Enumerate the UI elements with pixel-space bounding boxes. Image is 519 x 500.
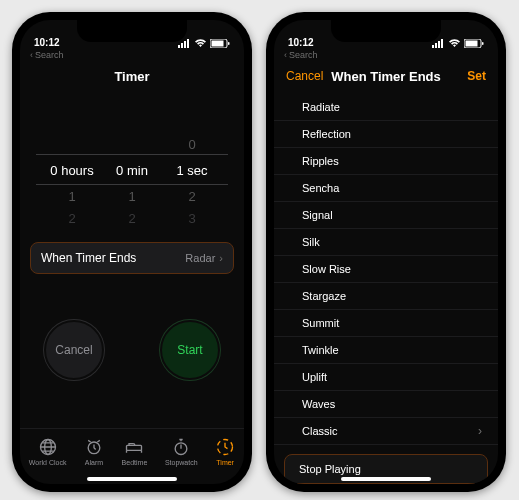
tab-bedtime[interactable]: Bedtime [122, 437, 148, 466]
sound-label: Classic [302, 425, 337, 437]
stopwatch-icon [171, 437, 191, 457]
ends-label: When Timer Ends [41, 251, 136, 265]
screen: 10:12 ‹ Search Timer 0 hours 1 2 [20, 20, 244, 484]
sound-item[interactable]: Classic› [274, 418, 498, 445]
svg-rect-16 [441, 39, 443, 48]
back-label: Search [35, 50, 64, 60]
home-indicator[interactable] [341, 477, 431, 481]
svg-rect-1 [181, 43, 183, 48]
back-to-search[interactable]: ‹ Search [274, 50, 498, 62]
phone-left: 10:12 ‹ Search Timer 0 hours 1 2 [12, 12, 252, 492]
bed-icon [124, 437, 144, 457]
duration-picker[interactable]: 0 hours 1 2 0 min 1 2 0 1 sec 2 3 [20, 114, 244, 224]
svg-rect-5 [212, 41, 224, 47]
when-timer-ends-row[interactable]: When Timer Ends Radar › [30, 242, 234, 274]
sound-item[interactable]: Silk [274, 229, 498, 256]
set-button[interactable]: Set [467, 62, 486, 90]
sound-label: Waves [302, 398, 335, 410]
chevron-left-icon: ‹ [284, 50, 287, 60]
sound-item[interactable]: Slow Rise [274, 256, 498, 283]
tab-alarm[interactable]: Alarm [84, 437, 104, 466]
sound-item[interactable]: Stargaze [274, 283, 498, 310]
sound-item[interactable]: Summit [274, 310, 498, 337]
sound-item[interactable]: Waves [274, 391, 498, 418]
tab-label: Bedtime [122, 459, 148, 466]
sound-label: Twinkle [302, 344, 339, 356]
wifi-icon [194, 39, 207, 48]
sound-label: Signal [302, 209, 333, 221]
start-label: Start [177, 343, 202, 357]
sound-item[interactable]: Uplift [274, 364, 498, 391]
sound-item[interactable]: Radiate [274, 94, 498, 121]
globe-icon [38, 437, 58, 457]
notch [331, 20, 441, 42]
tab-label: Timer [216, 459, 234, 466]
sound-item[interactable]: Twinkle [274, 337, 498, 364]
status-indicators [178, 39, 230, 48]
phone-right: 10:12 ‹ Search Cancel When Timer Ends Se… [266, 12, 506, 492]
chevron-left-icon: ‹ [30, 50, 33, 60]
sound-label: Uplift [302, 371, 327, 383]
navbar: Timer [20, 62, 244, 90]
battery-icon [210, 39, 230, 48]
svg-rect-2 [184, 41, 186, 48]
sound-label: Slow Rise [302, 263, 351, 275]
tab-stopwatch[interactable]: Stopwatch [165, 437, 198, 466]
sound-item[interactable]: Ripples [274, 148, 498, 175]
svg-rect-6 [228, 42, 230, 45]
signal-icon [178, 39, 191, 48]
sound-item[interactable]: Reflection [274, 121, 498, 148]
status-indicators [432, 39, 484, 48]
navbar: Cancel When Timer Ends Set [274, 62, 498, 90]
tab-world-clock[interactable]: World Clock [29, 437, 67, 466]
sound-item[interactable]: Sencha [274, 175, 498, 202]
ends-value-wrap: Radar › [185, 252, 223, 264]
minutes-selected: 0 min [102, 156, 162, 186]
tab-label: Alarm [85, 459, 103, 466]
timer-content: 0 hours 1 2 0 min 1 2 0 1 sec 2 3 [20, 90, 244, 428]
status-time: 10:12 [288, 37, 314, 48]
tab-bar: World Clock Alarm Bedtime Stopwatch Time… [20, 428, 244, 484]
svg-rect-13 [432, 45, 434, 48]
back-label: Search [289, 50, 318, 60]
minutes-column[interactable]: 0 min 1 2 [102, 114, 162, 224]
screen: 10:12 ‹ Search Cancel When Timer Ends Se… [274, 20, 498, 484]
svg-rect-14 [435, 43, 437, 48]
home-indicator[interactable] [87, 477, 177, 481]
sound-item[interactable]: Signal [274, 202, 498, 229]
sound-label: Radiate [302, 101, 340, 113]
cancel-button[interactable]: Cancel [44, 320, 104, 380]
svg-rect-10 [127, 445, 142, 450]
sound-label: Sencha [302, 182, 339, 194]
back-to-search[interactable]: ‹ Search [20, 50, 244, 62]
wifi-icon [448, 39, 461, 48]
cancel-button[interactable]: Cancel [286, 62, 323, 90]
page-title: Timer [114, 69, 149, 84]
svg-rect-0 [178, 45, 180, 48]
notch [77, 20, 187, 42]
timer-icon [215, 437, 235, 457]
sound-picker-content: RadiateReflectionRipplesSenchaSignalSilk… [274, 90, 498, 484]
alarm-icon [84, 437, 104, 457]
sound-list[interactable]: RadiateReflectionRipplesSenchaSignalSilk… [274, 90, 498, 446]
battery-icon [464, 39, 484, 48]
tab-label: World Clock [29, 459, 67, 466]
start-button[interactable]: Start [160, 320, 220, 380]
signal-icon [432, 39, 445, 48]
sound-label: Silk [302, 236, 320, 248]
svg-rect-3 [187, 39, 189, 48]
sound-label: Reflection [302, 128, 351, 140]
chevron-right-icon: › [219, 252, 223, 264]
chevron-right-icon: › [478, 424, 482, 438]
tab-timer[interactable]: Timer [215, 437, 235, 466]
stop-playing-label: Stop Playing [299, 463, 361, 475]
svg-rect-15 [438, 41, 440, 48]
ends-value: Radar [185, 252, 215, 264]
svg-rect-19 [482, 42, 484, 45]
cancel-label: Cancel [55, 343, 92, 357]
hours-column[interactable]: 0 hours 1 2 [42, 114, 102, 224]
seconds-column[interactable]: 0 1 sec 2 3 [162, 114, 222, 224]
sound-label: Stargaze [302, 290, 346, 302]
seconds-selected: 1 sec [162, 156, 222, 186]
status-time: 10:12 [34, 37, 60, 48]
